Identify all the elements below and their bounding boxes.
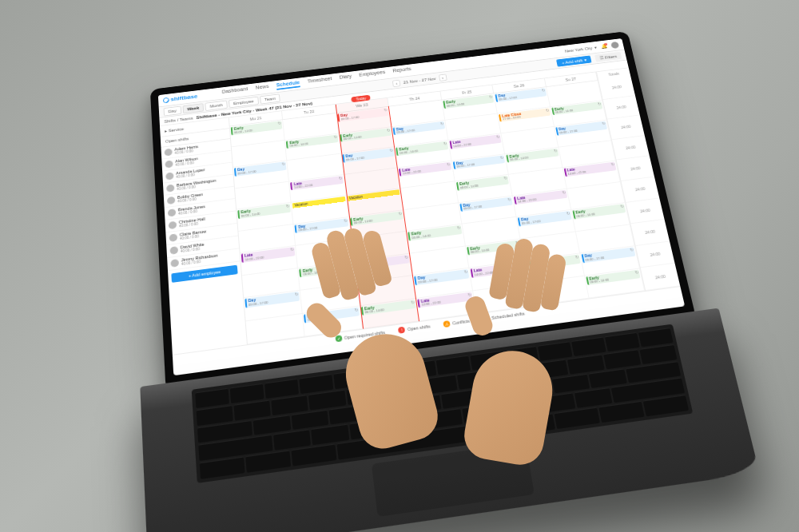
nav-schedule[interactable]: Schedule: [276, 80, 300, 90]
brand-logo[interactable]: shiftbase: [163, 93, 198, 104]
repeat-icon: ↻: [447, 162, 451, 166]
repeat-icon: ↻: [387, 129, 390, 133]
repeat-icon: ↻: [566, 212, 570, 216]
avatar: [165, 149, 173, 157]
repeat-icon: ↻: [562, 190, 566, 194]
repeat-icon: ↻: [602, 122, 606, 126]
repeat-icon: ↻: [384, 109, 388, 113]
repeat-icon: ↻: [620, 204, 624, 208]
notifications-button[interactable]: 🔔2: [600, 43, 607, 49]
avatar: [165, 161, 173, 169]
repeat-icon: ↻: [489, 95, 493, 99]
avatar: [168, 208, 177, 216]
repeat-icon: ↻: [334, 135, 337, 139]
repeat-icon: ↻: [344, 219, 348, 224]
repeat-icon: ↻: [457, 226, 461, 231]
view-month[interactable]: Month: [205, 100, 228, 110]
brand-name: shiftbase: [170, 93, 197, 103]
avatar: [169, 221, 177, 229]
nav-timesheet[interactable]: Timesheet: [307, 76, 332, 86]
repeat-icon: ↻: [545, 109, 549, 113]
repeat-icon: ↻: [507, 197, 511, 201]
repeat-icon: ↻: [634, 270, 638, 275]
nav-dashboard[interactable]: Dashboard: [221, 86, 248, 97]
notification-badge: 2: [604, 42, 607, 46]
filter-icon: ☰: [599, 55, 604, 60]
avatar: [166, 185, 174, 193]
repeat-icon: ↻: [339, 177, 343, 181]
avatar: [170, 259, 179, 268]
next-week-button[interactable]: ›: [439, 73, 447, 81]
repeat-icon: ↻: [503, 177, 507, 181]
nav-employees[interactable]: Employees: [359, 69, 386, 80]
avatar: [169, 233, 178, 242]
repeat-icon: ↻: [443, 142, 447, 146]
repeat-icon: ↻: [496, 135, 500, 139]
repeat-icon: ↻: [541, 89, 545, 93]
repeat-icon: ↻: [598, 102, 602, 106]
location-selector[interactable]: New York City ▾: [564, 45, 597, 54]
repeat-icon: ↻: [630, 248, 634, 252]
chevron-down-icon: ▾: [594, 45, 597, 50]
totals-cell: 24:00: [641, 264, 680, 291]
repeat-icon: ↻: [553, 149, 557, 153]
user-avatar[interactable]: [610, 42, 619, 49]
repeat-icon: ↻: [282, 162, 285, 166]
avatar: [165, 172, 173, 180]
prev-week-button[interactable]: ‹: [392, 79, 401, 86]
avatar: [169, 246, 178, 255]
logo-icon: [163, 97, 169, 103]
nav-news[interactable]: News: [255, 84, 268, 93]
repeat-icon: ↻: [610, 163, 614, 167]
view-team[interactable]: Team: [260, 93, 280, 104]
nav-reports[interactable]: Reports: [392, 66, 411, 76]
nav-diary[interactable]: Diary: [339, 73, 352, 82]
view-week[interactable]: Week: [182, 103, 204, 113]
repeat-icon: ↻: [286, 204, 289, 208]
avatar: [167, 197, 175, 204]
date-range-label[interactable]: 21 Nov - 27 Nov: [403, 76, 436, 84]
repeat-icon: ↻: [440, 121, 444, 125]
repeat-icon: ↻: [278, 121, 281, 125]
repeat-icon: ↻: [390, 149, 394, 153]
chevron-down-icon: ▾: [583, 58, 586, 62]
today-pill: Today: [351, 95, 371, 103]
view-day[interactable]: Day: [164, 105, 181, 116]
repeat-icon: ↻: [500, 156, 504, 160]
